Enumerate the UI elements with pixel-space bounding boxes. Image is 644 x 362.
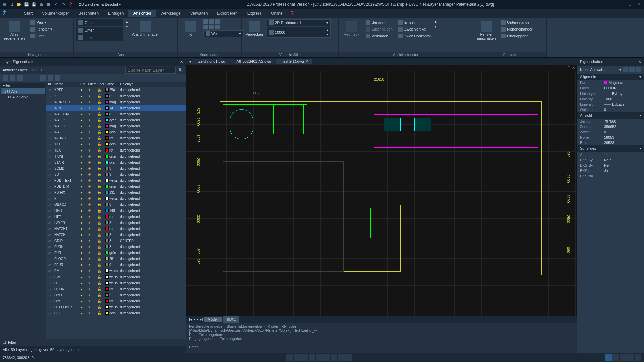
fullscreen-icon[interactable] [635, 354, 641, 361]
layer-row[interactable]: ▱COL●☀🔓aelbdurchaehend [46, 310, 186, 316]
layer-row[interactable]: ▱DQ●☀🔓weissdurchgehend [46, 280, 186, 286]
two-v-button[interactable]: Zwei: Vertikal [397, 26, 432, 32]
section-misc[interactable]: Sonstiges▾ [577, 145, 644, 152]
menu-werkzeuge[interactable]: Werkzeuge [156, 10, 185, 17]
dyn-toggle[interactable] [338, 354, 345, 361]
layer-row[interactable]: ▱P●☀🔓weissdurchgehend [46, 195, 186, 201]
visual-num-input[interactable]: 10000▴▾ [267, 27, 331, 38]
layer-row[interactable]: ✓FLOOR●☀🔓251durchgehend [46, 256, 186, 262]
coord-icon[interactable] [209, 25, 214, 29]
layer-row[interactable]: ▱HATCH●☀🔓8durchgehend [46, 232, 186, 238]
layer-row[interactable]: ▱FFUR●☀🔓9durchgehend [46, 262, 186, 268]
tab-layout1[interactable]: 布局1 [223, 316, 239, 323]
menu-exportieren[interactable]: Exportieren [212, 10, 242, 17]
saveall-icon[interactable]: 💾 [31, 1, 37, 7]
menu-online[interactable]: Online [266, 10, 287, 17]
menu-icon[interactable]: ▤ [1, 1, 7, 7]
layer-row[interactable]: ▱XREF●☀🔓254durchgehend [46, 87, 186, 93]
layer-row[interactable]: ▱WALL2●☀🔓cyandurchgehend [46, 117, 186, 123]
osnap-toggle[interactable] [316, 354, 323, 361]
layer-row[interactable]: ▱PUB_DIM●☀🔓gründurchgehend [46, 183, 186, 189]
view-spinner-down[interactable]: ▾ [126, 24, 128, 29]
layer-row[interactable]: ▱LIGHT●☀🔓140durchgehend [46, 207, 186, 214]
model-toggle[interactable] [345, 354, 352, 361]
doc-tab[interactable]: ▫ test 2(1).dwg ✕ [276, 59, 312, 64]
search-icon[interactable]: 🔍 [178, 68, 183, 72]
layer-row[interactable]: ▱FURN●☀🔓8durchgehend [46, 244, 186, 250]
vp-spinner-up[interactable]: ▴ [435, 19, 437, 24]
layer-row[interactable]: ▱OBJ-2D●☀🔓8durchgehend [46, 201, 186, 207]
layer-row[interactable]: ▱WALL1●☀🔓mag...durchgehend [46, 123, 186, 129]
view-bottom-button[interactable]: Unten [76, 27, 123, 34]
workspace-icon[interactable] [620, 354, 627, 361]
doc-close-icon[interactable]: ✕ [572, 66, 575, 70]
layer-row[interactable]: ▱TILE●☀🔓gelbdurchgehend [46, 141, 186, 147]
property-row[interactable]: BKS per...Ja [577, 168, 644, 173]
snap-toggle[interactable] [286, 354, 293, 361]
fenster-button[interactable]: Fenster ▾ [29, 26, 53, 32]
property-row[interactable]: Objektn...0 [577, 107, 644, 112]
visual-style-dropdown[interactable]: 2D-Drahtmodell▾ [267, 19, 331, 26]
layer-row[interactable]: ▱X●☀🔓8durchgehend [46, 93, 186, 99]
named-button[interactable]: Benannt [364, 19, 394, 25]
viewmanager-button[interactable]: Ansichtmanager [131, 19, 160, 38]
tab-first-icon[interactable]: ◂ [189, 59, 191, 64]
hide-button[interactable]: Verdecken [244, 19, 264, 38]
prop-icon[interactable] [623, 67, 628, 72]
layer-row[interactable]: ▱EM●☀🔓weissdurchgehend [46, 268, 186, 274]
selection-dropdown[interactable]: Keine Auswah... [580, 68, 618, 72]
single-button[interactable]: Einzeln [397, 19, 432, 25]
help-icon[interactable]: ❓ [290, 11, 295, 15]
new-icon[interactable]: 🗋 [9, 1, 15, 7]
layer-row[interactable]: ▱WALLHAT...●☀🔓8durchgehend [46, 111, 186, 117]
delete-layer-icon[interactable] [48, 75, 53, 81]
tab-nav-last-icon[interactable]: ▸| [200, 317, 203, 322]
layer-row[interactable]: ▱GRID●☀🔓8CENTER [46, 238, 186, 244]
layer-row[interactable]: ▱E-M●☀🔓weissdurchgehend [46, 274, 186, 280]
regen-button[interactable]: Alles regenerieren [3, 19, 26, 42]
annotation-icon[interactable] [605, 354, 612, 361]
print-icon[interactable]: 🖶 [38, 1, 44, 7]
coord-icon[interactable] [209, 19, 214, 24]
tab-nav-next-icon[interactable]: ▸ [197, 317, 199, 322]
menu-start[interactable]: Start [19, 10, 37, 17]
orbit-button[interactable]: Orbit [29, 33, 53, 39]
property-row[interactable]: Zentru...797560 [577, 119, 644, 124]
doc-tab[interactable]: ▫ A6-002S401-AS.dwg [230, 59, 275, 64]
overlap-button[interactable]: Überlappend [500, 33, 534, 39]
tab-nav-first-icon[interactable]: |◂ [189, 317, 192, 322]
menu-ansichten[interactable]: Ansichten [128, 10, 156, 17]
doc-tab[interactable]: ▫ Zeichnung1.dwg [192, 59, 229, 64]
undo-icon[interactable]: ↶ [53, 1, 59, 7]
property-row[interactable]: LayerFLOOR [577, 85, 644, 91]
prop-icon[interactable] [636, 67, 641, 72]
section-view[interactable]: Ansicht▾ [577, 112, 644, 119]
layer-states-icon[interactable] [17, 75, 23, 81]
layer-row[interactable]: ▱FUR●☀🔓gründurchgehend [46, 250, 186, 256]
property-row[interactable]: Linienty...1000 [577, 96, 644, 102]
tree-node-all[interactable]: ▢ ⊟ Alle [1, 88, 45, 94]
plot-icon[interactable]: ▦ [46, 1, 52, 7]
view-left-button[interactable]: Links [76, 34, 123, 41]
close-button[interactable]: ✕ [635, 1, 643, 8]
tree-node-used[interactable]: ⊟ Alle verw [1, 94, 45, 100]
menu-express[interactable]: Express [243, 10, 266, 17]
help-icon[interactable]: ❓ [68, 1, 74, 7]
tab-model[interactable]: Modell [204, 317, 222, 322]
command-line[interactable]: Fensterecke angeben, Skalierfaktor einge… [186, 323, 577, 353]
checkbox-icon[interactable]: ☐ [3, 340, 6, 345]
minimize-button[interactable]: — [617, 1, 625, 8]
coord-icon[interactable] [203, 19, 208, 24]
doc-maximize-icon[interactable]: ☐ [567, 66, 571, 70]
two-h-button[interactable]: Zwei: Horizontal [397, 33, 432, 39]
layer-row[interactable]: ▱HATCH1●☀🔓rotdurchgehend [46, 226, 186, 232]
property-row[interactable]: Annotat...1:1 [577, 152, 644, 157]
new-layer-icon[interactable] [40, 75, 46, 81]
menu-einfügen[interactable]: Einfügen [103, 10, 128, 17]
layer-row[interactable]: ▱LIFT●☀🔓rotdurchgehend [46, 214, 186, 220]
tab-nav-prev-icon[interactable]: ◂ [193, 317, 195, 322]
property-row[interactable]: BKS Na... [577, 173, 644, 179]
property-row[interactable]: Linientyp ByLayer [577, 91, 644, 96]
save-icon[interactable]: 💾 [23, 1, 30, 7]
layer-row[interactable]: ▱TEXT●☀🔓rotdurchgehend [46, 147, 186, 153]
